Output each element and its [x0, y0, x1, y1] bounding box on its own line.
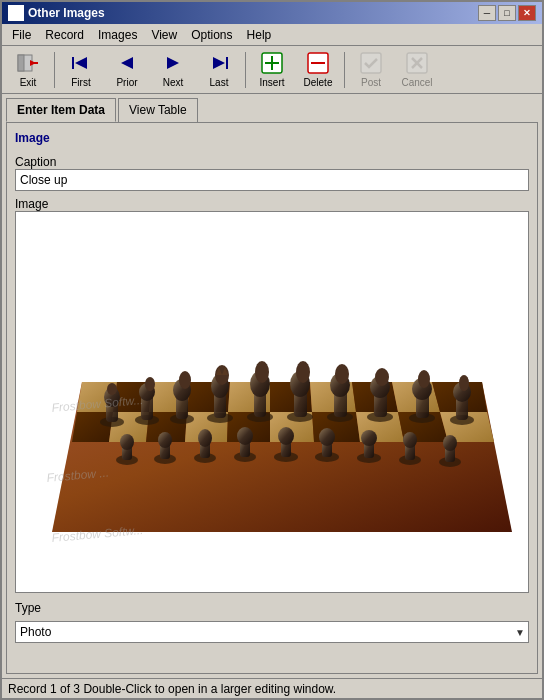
svg-point-73: [375, 368, 389, 386]
cancel-label: Cancel: [401, 77, 432, 88]
delete-button[interactable]: Delete: [296, 50, 340, 90]
svg-point-93: [237, 427, 253, 445]
chess-image: Frostbow Softw... Frostbow ... Frostbow …: [16, 212, 528, 592]
svg-rect-12: [265, 62, 279, 64]
last-button[interactable]: Last: [197, 50, 241, 90]
exit-label: Exit: [20, 77, 37, 88]
caption-input[interactable]: [15, 169, 529, 191]
image-label: Image: [15, 197, 529, 211]
post-icon: [359, 51, 383, 75]
separator-1: [54, 52, 55, 88]
tab-view-table[interactable]: View Table: [118, 98, 198, 122]
svg-point-52: [179, 371, 191, 389]
svg-point-105: [403, 432, 417, 448]
section-header-image: Image: [15, 131, 529, 145]
insert-label: Insert: [259, 77, 284, 88]
svg-point-81: [459, 375, 469, 391]
type-label: Type: [15, 601, 529, 615]
menu-bar: File Record Images View Options Help: [2, 24, 542, 46]
svg-point-65: [296, 361, 310, 383]
menu-view[interactable]: View: [145, 26, 183, 44]
svg-point-90: [198, 429, 212, 447]
insert-icon: [260, 51, 284, 75]
main-window: 🖼 Other Images ─ □ ✕ File Record Images …: [0, 0, 544, 700]
exit-icon: [16, 51, 40, 75]
tab-enter-item-data[interactable]: Enter Item Data: [6, 98, 116, 122]
svg-point-108: [443, 435, 457, 451]
image-field-group: Image: [15, 197, 529, 593]
svg-rect-8: [226, 57, 228, 69]
toolbar: Exit First Prior: [2, 46, 542, 94]
next-button[interactable]: Next: [151, 50, 195, 90]
delete-label: Delete: [304, 77, 333, 88]
svg-marker-5: [75, 57, 87, 69]
svg-point-77: [418, 370, 430, 388]
image-section: Image Caption Image: [15, 131, 529, 593]
caption-label: Caption: [15, 155, 529, 169]
last-icon: [207, 51, 231, 75]
type-field-group: Type Photo Drawing Diagram Other: [15, 601, 529, 643]
menu-images[interactable]: Images: [92, 26, 143, 44]
minimize-button[interactable]: ─: [478, 5, 496, 21]
svg-point-48: [145, 377, 155, 391]
svg-marker-6: [121, 57, 133, 69]
content-area: Image Caption Image: [6, 122, 538, 674]
title-bar-left: 🖼 Other Images: [8, 5, 105, 21]
title-bar: 🖼 Other Images ─ □ ✕: [2, 2, 542, 24]
first-icon: [69, 51, 93, 75]
next-icon: [161, 51, 185, 75]
delete-icon: [306, 51, 330, 75]
type-select-wrapper: Photo Drawing Diagram Other: [15, 621, 529, 643]
caption-field-group: Caption: [15, 155, 529, 191]
prior-icon: [115, 51, 139, 75]
next-label: Next: [163, 77, 184, 88]
svg-marker-9: [213, 57, 225, 69]
svg-point-102: [361, 430, 377, 446]
cancel-button[interactable]: Cancel: [395, 50, 439, 90]
prior-label: Prior: [116, 77, 137, 88]
svg-rect-4: [72, 57, 74, 69]
menu-help[interactable]: Help: [241, 26, 278, 44]
menu-options[interactable]: Options: [185, 26, 238, 44]
title-bar-controls: ─ □ ✕: [478, 5, 536, 21]
svg-point-87: [158, 432, 172, 448]
svg-point-61: [255, 361, 269, 383]
svg-rect-1: [18, 55, 24, 71]
tab-bar: Enter Item Data View Table: [2, 94, 542, 122]
separator-3: [344, 52, 345, 88]
menu-file[interactable]: File: [6, 26, 37, 44]
svg-rect-14: [311, 62, 325, 64]
svg-point-44: [107, 383, 117, 395]
window-icon: 🖼: [8, 5, 24, 21]
first-button[interactable]: First: [59, 50, 103, 90]
status-text: Record 1 of 3 Double-Click to open in a …: [8, 682, 336, 696]
type-select[interactable]: Photo Drawing Diagram Other: [15, 621, 529, 643]
separator-2: [245, 52, 246, 88]
insert-button[interactable]: Insert: [250, 50, 294, 90]
menu-record[interactable]: Record: [39, 26, 90, 44]
post-label: Post: [361, 77, 381, 88]
close-button[interactable]: ✕: [518, 5, 536, 21]
first-label: First: [71, 77, 90, 88]
status-bar: Record 1 of 3 Double-Click to open in a …: [2, 678, 542, 698]
exit-button[interactable]: Exit: [6, 50, 50, 90]
svg-marker-7: [167, 57, 179, 69]
last-label: Last: [210, 77, 229, 88]
svg-point-96: [278, 427, 294, 445]
maximize-button[interactable]: □: [498, 5, 516, 21]
image-container[interactable]: Frostbow Softw... Frostbow ... Frostbow …: [15, 211, 529, 593]
window-title: Other Images: [28, 6, 105, 20]
cancel-icon: [405, 51, 429, 75]
post-button[interactable]: Post: [349, 50, 393, 90]
svg-point-69: [335, 364, 349, 384]
svg-point-99: [319, 428, 335, 446]
svg-rect-15: [361, 53, 381, 73]
svg-point-84: [120, 434, 134, 450]
prior-button[interactable]: Prior: [105, 50, 149, 90]
